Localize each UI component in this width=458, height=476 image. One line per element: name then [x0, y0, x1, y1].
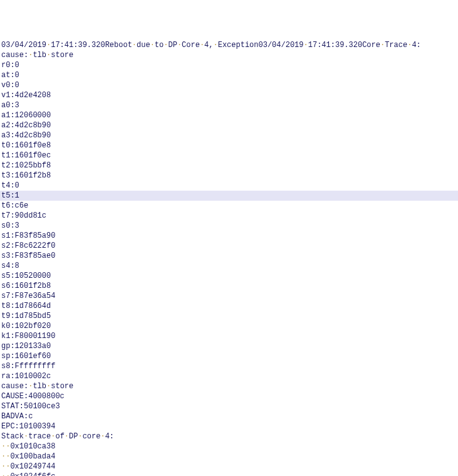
- log-line: t5:1: [0, 191, 458, 201]
- log-line: v0:0: [0, 80, 458, 90]
- log-line: ··0x1024f6fc: [0, 472, 458, 476]
- log-line: s4:8: [0, 261, 458, 271]
- log-line: t8:1d78664d: [0, 301, 458, 311]
- log-line: ra:1010002c: [0, 371, 458, 381]
- log-line: cause:·tlb·store: [0, 50, 458, 60]
- log-line: Stack·trace·of·DP·core·4:: [0, 431, 458, 442]
- log-line: t9:1d785bd5: [0, 311, 458, 321]
- log-line: a1:12060000: [0, 110, 458, 120]
- log-line: BADVA:c: [0, 411, 458, 421]
- log-line: a0:3: [0, 100, 458, 110]
- log-line: v1:4d2e4208: [0, 90, 458, 100]
- log-line: t1:1601f0ec: [0, 151, 458, 161]
- log-line: s7:F87e36a54: [0, 291, 458, 301]
- log-line: CAUSE:4000800c: [0, 391, 458, 401]
- log-line: s8:Fffffffff: [0, 361, 458, 371]
- log-line: s1:F83f85a90: [0, 231, 458, 241]
- log-line: cause:·tlb·store: [0, 381, 458, 391]
- log-line: sp:1601ef60: [0, 351, 458, 361]
- log-line: s5:10520000: [0, 271, 458, 281]
- log-line: t3:1601f2b8: [0, 171, 458, 181]
- log-line: a3:4d2c8b90: [0, 130, 458, 140]
- log-line: t0:1601f0e8: [0, 140, 458, 151]
- log-line: ··0x100bada4: [0, 452, 458, 462]
- log-line: s0:3: [0, 221, 458, 231]
- log-line: t7:90dd81c: [0, 211, 458, 221]
- log-output: 03/04/2019·17:41:39.320Reboot·due·to·DP·…: [0, 40, 458, 476]
- log-line: t2:1025bbf8: [0, 161, 458, 171]
- log-line: EPC:10100394: [0, 421, 458, 431]
- log-line: at:0: [0, 70, 458, 80]
- log-line: r0:0: [0, 60, 458, 70]
- log-line: k0:102bf020: [0, 321, 458, 331]
- log-line: gp:120133a0: [0, 341, 458, 351]
- log-line: t6:c6e: [0, 201, 458, 211]
- log-line: t4:0: [0, 181, 458, 191]
- log-line: STAT:50100ce3: [0, 401, 458, 411]
- log-line-header: 03/04/2019·17:41:39.320Reboot·due·to·DP·…: [0, 40, 458, 50]
- log-line: k1:F80001190: [0, 331, 458, 341]
- log-line: ··0x1010ca38: [0, 442, 458, 452]
- log-line: s3:F83f85ae0: [0, 251, 458, 261]
- log-line: s6:1601f2b8: [0, 281, 458, 291]
- log-line: s2:F8c6222f0: [0, 241, 458, 251]
- log-line: a2:4d2c8b90: [0, 120, 458, 130]
- log-line: ··0x10249744: [0, 462, 458, 472]
